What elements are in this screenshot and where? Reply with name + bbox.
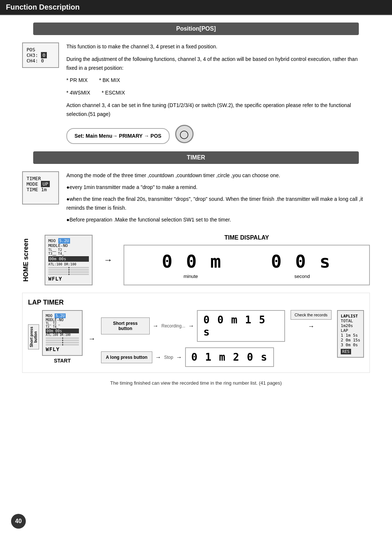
lap-device-screen: MOO 5.2U MODLE-NO TL⎯ T2 ⎯ T3⎯ T4⎯ 00m 0… <box>42 310 83 356</box>
flow-row-bottom: A long press button → Stop → 0 1 m 2 0 s <box>101 347 285 367</box>
home-screen-diagram: HOME screen MOO 5.2U MODLE-NO TL⎯⎯ T2 ⎯ … <box>22 234 370 285</box>
arrow-to-display: → <box>104 255 112 265</box>
time-labels: minute second <box>135 274 358 279</box>
time-display-value: 0 0 m 0 0 s <box>135 251 358 272</box>
page-title: Function Description <box>6 3 80 11</box>
timer-text: Among the mode of the three timer ,count… <box>66 171 370 227</box>
flow-row-top: Short press button → Recording... → 0 0 … <box>101 310 285 342</box>
lap-timer-title: LAP TIMER <box>28 299 364 306</box>
page-header: Function Description <box>0 0 392 15</box>
start-label: START <box>54 358 71 364</box>
menu-path-box: Set: Main Menu→ PRIMARY → POS <box>66 128 170 144</box>
pos-screen: POS CH3: 0 CH4: 0 <box>22 42 59 68</box>
device-screen: MOO 5.2U MODLE-NO TL⎯⎯ T2 ⎯ T3⎯⎯ T4⎯ 00m… <box>45 235 93 285</box>
res-highlight: RES <box>341 349 351 354</box>
long-press-button: A long press button <box>101 351 152 363</box>
timer-section: TIMER MODE UP TIME 1m Among the mode of … <box>22 171 370 227</box>
timer-screen: TIMER MODE UP TIME 1m <box>22 171 59 205</box>
stop-label: Stop <box>164 355 173 360</box>
footer-text: The timing finished can view the recorde… <box>22 380 370 386</box>
short-press-button: Short press button <box>101 317 150 334</box>
time-display-title: TIME DISPALAY <box>124 234 370 241</box>
arrow-from-device: → <box>88 334 96 343</box>
wfly-logo: WFLY <box>48 276 89 282</box>
recording-label: Recording... <box>162 323 185 329</box>
page-number: 40 <box>11 514 26 529</box>
lap-wfly-logo: WFLY <box>46 346 79 352</box>
time-display-box: 0 0 m 0 0 s minute second <box>124 245 370 285</box>
lap-list-box: LAPLIST TOTAL 1m20s LAP 1 1m 5s 2 0m 15s… <box>337 310 364 358</box>
pos-section-banner: Position[POS] <box>33 23 359 35</box>
pos-text: This function is to make the channel 3, … <box>66 42 370 144</box>
lap-timer-section: LAP TIMER Short pressbutton MOO 5.2U MOD… <box>22 293 370 373</box>
lap-time-display-2: 0 1 m 2 0 s <box>185 347 274 367</box>
check-records-box: Check the records <box>291 310 332 320</box>
pos-section: POS CH3: 0 CH4: 0 This function is to ma… <box>22 42 370 144</box>
home-screen-label: HOME screen <box>22 238 30 282</box>
time-display-section: TIME DISPALAY 0 0 m 0 0 s minute second <box>124 234 370 285</box>
arrow-to-laplist: → <box>308 323 314 330</box>
lap-time-display-1: 0 0 m 1 5 s <box>197 310 285 342</box>
knob-icon: ◯ <box>175 125 194 143</box>
short-press-vertical-label: Short pressbutton <box>28 324 39 350</box>
timer-section-banner: TIMER <box>33 151 359 164</box>
